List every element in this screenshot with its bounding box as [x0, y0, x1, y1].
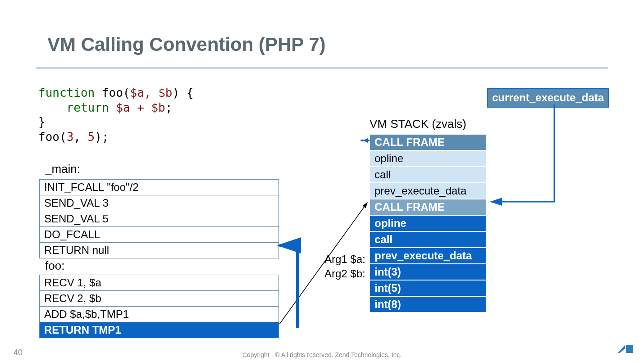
code-brace: ) {	[172, 86, 193, 100]
kw-return: return	[38, 101, 116, 114]
bytecode-row: RECV 2, $b	[40, 291, 279, 307]
code-num-3: 3	[67, 130, 74, 144]
stack-cell: prev_execute_data	[370, 248, 487, 264]
stack-cell: int(3)	[370, 264, 487, 280]
stack-cell: call	[370, 231, 487, 248]
bytecode-row-highlight: RETURN TMP1	[40, 322, 279, 338]
args-labels: Arg1 $a: Arg2 $b:	[324, 252, 365, 281]
code-paren: (	[123, 86, 130, 100]
bytecode-row: SEND_VAL 5	[40, 211, 279, 227]
slide-title: VM Calling Convention (PHP 7)	[47, 34, 326, 55]
code-call-end: );	[95, 130, 109, 144]
kw-function: function	[38, 86, 95, 100]
code-close-brace: }	[38, 115, 46, 129]
foo-label: foo:	[45, 259, 64, 273]
stack-cell: CALL FRAME	[370, 199, 487, 215]
bytecode-row: RECV 1, $a	[40, 275, 279, 291]
stack-cell: opline	[370, 215, 487, 231]
arg2-label: Arg2 $b:	[324, 267, 365, 281]
bytecode-row: DO_FCALL	[40, 227, 279, 243]
code-comma: ,	[73, 130, 87, 144]
code-fn-name: foo	[95, 86, 123, 100]
bytecode-row: RETURN null	[40, 243, 279, 258]
main-label: _main:	[45, 162, 80, 176]
stack-cell: CALL FRAME	[370, 134, 487, 150]
stack-cell: prev_execute_data	[370, 183, 487, 199]
title-rule	[36, 68, 608, 68]
bytecode-row: INIT_FCALL "foo"/2	[40, 180, 279, 195]
svg-marker-1	[363, 138, 368, 143]
code-num-5: 5	[88, 130, 95, 144]
stack-cell: call	[370, 167, 487, 183]
bytecode-row: ADD $a,$b,TMP1	[40, 307, 279, 322]
footer-copyright: Copyright - © All rights reserved. Zend …	[0, 351, 644, 358]
code-expr: $a + $b	[116, 101, 165, 114]
vm-stack: CALL FRAME opline call prev_execute_data…	[370, 134, 487, 312]
main-bytecode: INIT_FCALL "foo"/2 SEND_VAL 3 SEND_VAL 5…	[39, 179, 279, 258]
current-execute-data-box: current_execute_data	[487, 88, 609, 108]
slide: VM Calling Convention (PHP 7) function f…	[0, 0, 644, 362]
stack-title: VM STACK (zvals)	[370, 117, 466, 131]
code-params: $a, $b	[130, 86, 173, 100]
foo-bytecode: RECV 1, $a RECV 2, $b ADD $a,$b,TMP1 RET…	[39, 275, 279, 338]
arg1-label: Arg1 $a:	[324, 252, 365, 267]
stack-cell: int(5)	[370, 280, 487, 296]
zend-logo	[617, 343, 635, 357]
stack-cell: int(8)	[370, 296, 487, 312]
bytecode-row: SEND_VAL 3	[40, 195, 279, 211]
code-semi: ;	[165, 101, 173, 114]
code-call-fn: foo(	[38, 130, 67, 144]
code-block: function foo($a, $b) { return $a + $b; }…	[38, 86, 193, 144]
stack-cell: opline	[370, 150, 487, 167]
